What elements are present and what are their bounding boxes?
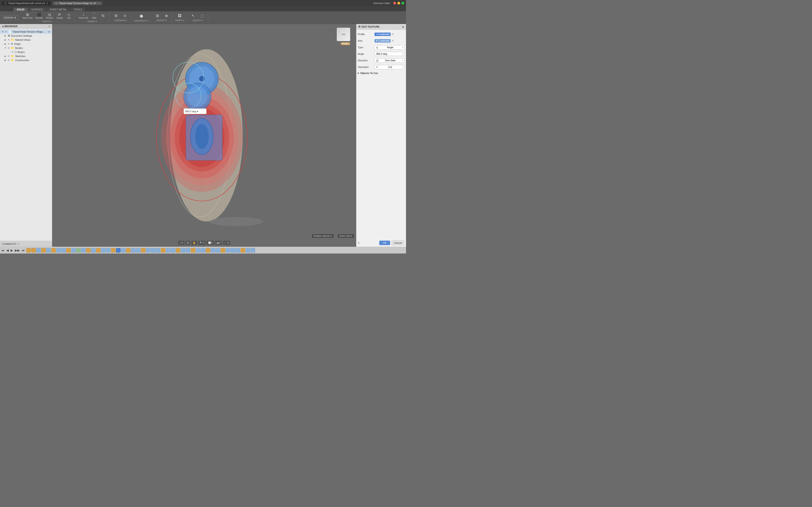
- timeline-item-21[interactable]: [126, 248, 131, 252]
- tree-item-named-views[interactable]: ▶ 👁 📁 Named Views: [0, 38, 52, 42]
- tab-hyperboloid-close[interactable]: ✕: [46, 2, 48, 5]
- tl-play-btn[interactable]: ▶: [10, 248, 14, 252]
- timeline-item-9[interactable]: [66, 248, 71, 252]
- tab-hyperboloid[interactable]: ⬡ Tripod Hyperboloid with screw v3 ✕: [2, 1, 51, 5]
- timeline-item-7[interactable]: [56, 248, 61, 252]
- info-icon[interactable]: ℹ: [358, 241, 359, 245]
- profile-clear-btn[interactable]: ✕: [391, 33, 395, 36]
- win-maximize-btn[interactable]: [401, 2, 404, 5]
- sketches-visibility[interactable]: 👁: [8, 55, 10, 57]
- timeline-item-12[interactable]: [81, 248, 86, 252]
- btn-press-pull[interactable]: ↕ Press Pull: [78, 12, 89, 19]
- timeline-item-3[interactable]: [36, 248, 41, 252]
- timeline-item-10[interactable]: [71, 248, 76, 252]
- design-dropdown[interactable]: DESIGN ▼: [2, 15, 18, 20]
- tl-next-btn[interactable]: ▶▶: [14, 248, 20, 252]
- view-cube-box[interactable]: TOP FRONT: [337, 27, 350, 41]
- timeline-item-30[interactable]: [171, 248, 175, 252]
- bodies-visibility[interactable]: 👁: [8, 47, 10, 49]
- vp-render-btn[interactable]: ◪ ▾: [215, 241, 222, 245]
- timeline-item-36[interactable]: [201, 248, 205, 252]
- tl-prev-btn[interactable]: ◀: [6, 248, 9, 252]
- profile-badge[interactable]: ↗ 4 selected: [374, 33, 391, 36]
- btn-fx[interactable]: fx: [99, 13, 107, 18]
- timeline-item-11[interactable]: [76, 248, 81, 252]
- timeline-item-24[interactable]: [141, 248, 145, 252]
- timeline-item-13[interactable]: [86, 248, 91, 252]
- objects-to-cut-toggle[interactable]: ▶ Objects To Cut: [358, 71, 405, 75]
- win-close-btn[interactable]: [393, 2, 396, 5]
- root-visibility[interactable]: 👁: [5, 31, 7, 33]
- timeline-item-33[interactable]: [186, 248, 190, 252]
- tree-item-body1[interactable]: 👁 ⬡ Body1: [0, 50, 52, 54]
- timeline-item-35[interactable]: [196, 248, 200, 252]
- angle-dropdown[interactable]: 360.0 deg ▾: [374, 52, 405, 56]
- btn-assemble1[interactable]: ⚙: [112, 13, 120, 18]
- named-views-visibility[interactable]: 👁: [8, 39, 10, 41]
- tree-item-bodies[interactable]: ▼ 👁 📁 Bodies: [0, 46, 52, 50]
- tab-tools[interactable]: TOOLS: [70, 8, 85, 11]
- timeline-item-40[interactable]: [221, 248, 225, 252]
- type-dropdown[interactable]: ∠ Angle ▾: [374, 45, 405, 50]
- btn-select-cursor[interactable]: ↖: [189, 13, 197, 18]
- timeline-item-39[interactable]: [216, 248, 220, 252]
- timeline-item-14[interactable]: [91, 248, 96, 252]
- btn-insert1[interactable]: 🖼: [175, 13, 184, 18]
- timeline-item-16[interactable]: [101, 248, 106, 252]
- view-cube-front-label[interactable]: FRONT: [341, 42, 350, 45]
- win-minimize-btn[interactable]: [397, 2, 400, 5]
- timeline-item-29[interactable]: [166, 248, 170, 252]
- timeline-item-38[interactable]: [211, 248, 215, 252]
- cancel-button[interactable]: Cancel: [392, 240, 404, 245]
- btn-inspect2[interactable]: ⊕: [162, 13, 170, 18]
- browser-toggle[interactable]: ◀: [2, 25, 4, 27]
- timeline-item-23[interactable]: [136, 248, 141, 252]
- timeline-item-2[interactable]: [31, 248, 36, 252]
- comments-add-btn[interactable]: +: [18, 242, 19, 245]
- root-settings-btn[interactable]: ⚙: [48, 31, 50, 33]
- tl-last-btn[interactable]: ⏭: [21, 248, 26, 252]
- vp-nav-btn[interactable]: ⌂ ▾: [178, 241, 185, 245]
- timeline-item-28[interactable]: [161, 248, 165, 252]
- edit-collapse-btn[interactable]: ▶: [402, 25, 404, 28]
- vp-grid-btn[interactable]: ⊞: [185, 241, 190, 245]
- timeline-item-45[interactable]: [246, 248, 250, 252]
- timeline-item-46[interactable]: [251, 248, 255, 252]
- tree-item-origin[interactable]: ▶ 👁 ✛ Origin: [0, 42, 52, 46]
- axis-clear-btn[interactable]: ✕: [391, 39, 395, 42]
- btn-select-window[interactable]: ⬚: [198, 13, 206, 18]
- tl-first-btn[interactable]: ⏮: [1, 248, 5, 252]
- view-cube[interactable]: TOP FRONT: [337, 27, 353, 44]
- axis-badge[interactable]: ⟳ 1 selected: [374, 39, 391, 43]
- operation-dropdown[interactable]: ✂ Cut ▾: [374, 65, 405, 69]
- timeline-item-27[interactable]: [156, 248, 160, 252]
- timeline-item-43[interactable]: [236, 248, 240, 252]
- timeline-item-18[interactable]: [111, 248, 115, 252]
- tab-tension-hinge[interactable]: ⬡ Tripod Head Tension Hinge v2 v4* ✕: [53, 1, 102, 5]
- btn-loft[interactable]: ◇ Loft: [65, 12, 73, 19]
- timeline-item-34[interactable]: [191, 248, 195, 252]
- timeline-item-17[interactable]: [106, 248, 111, 252]
- tree-item-doc-settings[interactable]: ▶ ⚙ Document Settings: [0, 34, 52, 38]
- vp-pan-btn[interactable]: ✋: [191, 241, 197, 245]
- timeline-item-41[interactable]: [226, 248, 230, 252]
- timeline-item-6[interactable]: [51, 248, 56, 252]
- tab-surface[interactable]: SURFACE: [28, 8, 46, 11]
- timeline-item-20[interactable]: [121, 248, 125, 252]
- btn-assemble2[interactable]: ⛭: [121, 13, 129, 18]
- btn-sweep[interactable]: ⟳ Sweep: [55, 12, 64, 19]
- timeline-item-19[interactable]: [116, 248, 120, 252]
- timeline-item-37[interactable]: [206, 248, 210, 252]
- vp-display-btn[interactable]: ⬜ ▾: [207, 241, 214, 245]
- btn-extrude[interactable]: ⬛ Extrude: [35, 12, 44, 19]
- btn-fillet[interactable]: ⌒ Fillet: [90, 12, 98, 19]
- tree-item-construction[interactable]: ▶ 👁 📁 Construction: [0, 58, 52, 62]
- tab-sheet-metal[interactable]: SHEET METAL: [47, 8, 70, 11]
- timeline-item-44[interactable]: [241, 248, 245, 252]
- timeline-item-31[interactable]: [176, 248, 180, 252]
- tab-solid[interactable]: SOLID: [14, 8, 28, 11]
- timeline-item-26[interactable]: [151, 248, 155, 252]
- tree-item-root[interactable]: ▼ 👁 📄 Tripod Head Tension Hinge... ⚙: [0, 30, 52, 34]
- btn-construct1[interactable]: ◈: [137, 13, 145, 19]
- btn-new-component[interactable]: ⊞ New Comp: [21, 12, 34, 19]
